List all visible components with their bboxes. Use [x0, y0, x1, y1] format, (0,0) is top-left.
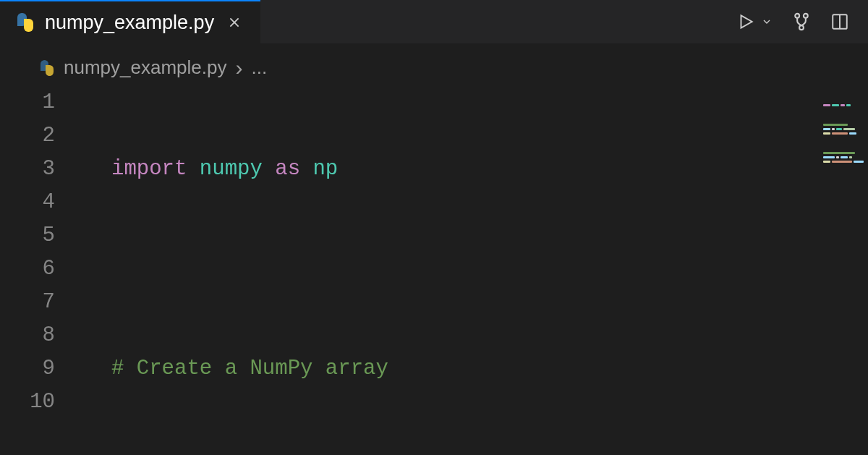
split-editor-button[interactable] [830, 12, 849, 31]
python-file-icon [16, 13, 35, 32]
breadcrumb-more: ... [251, 56, 267, 79]
line-number: 7 [0, 286, 55, 319]
svg-point-5 [799, 25, 804, 30]
line-number: 2 [0, 119, 55, 153]
line-number: 6 [0, 252, 55, 286]
tab-numpy-example[interactable]: numpy_example.py [0, 0, 260, 43]
chevron-right-icon: › [235, 57, 242, 79]
svg-point-3 [795, 14, 799, 18]
run-button[interactable] [736, 12, 755, 31]
line-number: 5 [0, 219, 55, 252]
line-number: 1 [0, 86, 55, 119]
code-line: import numpy as np [80, 153, 868, 186]
code-line: array = np.array([1, 2, 3, 4, 5]) [80, 452, 868, 455]
editor-actions [736, 0, 868, 43]
breadcrumb[interactable]: numpy_example.py › ... [0, 43, 868, 83]
line-number: 9 [0, 352, 55, 386]
line-number-gutter: 1 2 3 4 5 6 7 8 9 10 [0, 86, 80, 455]
svg-point-4 [804, 14, 808, 18]
line-number: 8 [0, 319, 55, 352]
svg-marker-2 [741, 15, 752, 27]
python-file-icon [39, 60, 55, 76]
run-dropdown-button[interactable] [761, 16, 773, 27]
code-line [80, 252, 868, 286]
source-control-icon[interactable] [791, 12, 812, 32]
code-line: # Create a NumPy array [80, 352, 868, 386]
tab-bar: numpy_example.py [0, 0, 868, 43]
code-editor[interactable]: 1 2 3 4 5 6 7 8 9 10 import numpy as np … [0, 83, 868, 455]
line-number: 4 [0, 186, 55, 219]
close-tab-button[interactable] [224, 12, 244, 33]
minimap[interactable] [819, 101, 868, 145]
breadcrumb-filename: numpy_example.py [64, 56, 226, 79]
code-content[interactable]: import numpy as np # Create a NumPy arra… [80, 86, 868, 455]
tab-filename: numpy_example.py [45, 12, 214, 34]
line-number: 3 [0, 153, 55, 186]
line-number: 10 [0, 386, 55, 419]
